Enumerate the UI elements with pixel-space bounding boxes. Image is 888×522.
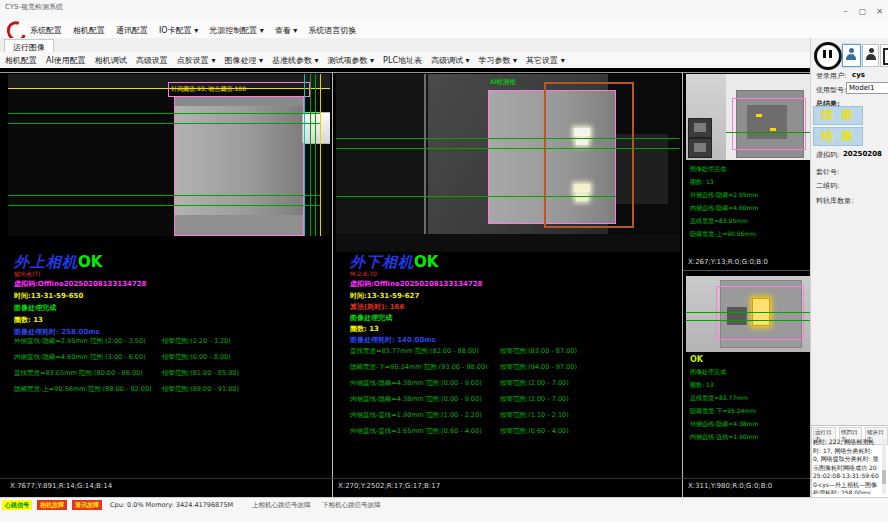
left-elapsed: 图像处理耗时: 258.00ms <box>14 327 100 337</box>
menu-item-system-config[interactable]: 系统配置 <box>30 25 62 36</box>
pause-icon <box>829 50 832 58</box>
right-top-line-5: 隐藏宽度-上=90.56mm <box>690 230 756 239</box>
left-note: 输出点(T) <box>14 270 40 279</box>
needle-no-label: 套针号: <box>816 167 839 177</box>
right-top-pixel-coords: X:267;Y:13;R:0;G:0;B:0 <box>688 258 768 266</box>
menu-item-camera-config[interactable]: 相机配置 <box>73 25 105 36</box>
middle-alarm-1: 报警范围:(94.00 - 97.00) <box>500 363 577 372</box>
tab-row <box>0 38 810 53</box>
pause-icon <box>823 50 826 58</box>
tool-test-params[interactable]: 测试项参数 ▾ <box>328 55 375 66</box>
virtual-code-value: 20250208 <box>843 150 882 158</box>
left-ok-badge: OK <box>78 253 102 271</box>
heartbeat-badge: 心跳信号 <box>2 500 32 510</box>
model-label: 使用型号: <box>816 85 846 95</box>
tool-learn-params[interactable]: 学习参数 ▾ <box>479 55 518 66</box>
middle-virtual-code: 虚拟码:Offline20250208133134728 <box>350 279 483 289</box>
camera-fault-badge: 相机故障 <box>37 500 67 510</box>
close-icon[interactable]: ✕ <box>872 6 887 17</box>
log-scrollbar-thumb[interactable] <box>882 470 886 484</box>
right-bottom-line-0: 图像处理完成 <box>690 368 726 377</box>
log-text: 耗时: 222, 网络检测耗时: 17, 网络分类耗时: 0, 网络提取分类耗时… <box>813 438 879 494</box>
right-top-line-1: 圈数: 13 <box>690 178 714 187</box>
tool-camera-config[interactable]: 相机配置 <box>5 55 37 66</box>
middle-meas-2: 外侧直线-隐藏=4.38mm 范围:(0.00 - 9.00) <box>350 379 482 388</box>
model-input[interactable] <box>846 82 888 94</box>
coords-divider <box>0 478 810 479</box>
right-top-line-4: 直线宽度=83.05mm <box>690 217 748 226</box>
middle-ai-roi-label: AI检测框 <box>490 78 516 87</box>
middle-algo-time: 算法(耗时): 166 <box>350 302 404 312</box>
log-scrollbar <box>882 438 886 494</box>
middle-elapsed: 图像处理耗时: 140.00ms <box>350 335 436 345</box>
user-switch-icon <box>846 48 856 61</box>
tool-image-processing[interactable]: 图像处理 ▾ <box>224 55 263 66</box>
middle-time: 时间:13-31-59-627 <box>350 291 419 301</box>
middle-meas-1: 隐藏宽度-下=95.24mm 范围:(93.00 - 98.00) <box>350 363 488 372</box>
middle-camera-image[interactable]: AI检测框 <box>336 74 680 252</box>
tool-advanced-settings[interactable]: 高级设置 <box>136 55 168 66</box>
left-title-text: 外上相机 <box>14 253 78 271</box>
right-bottom-line-1: 圈数: 13 <box>690 381 714 390</box>
right-top-thumbnail-1 <box>688 118 712 138</box>
right-top-line-0: 图像处理完成 <box>690 165 726 174</box>
menu-item-language[interactable]: 系统语言切换 <box>308 25 356 36</box>
tool-plc-address[interactable]: PLC地址表 <box>383 55 422 66</box>
left-camera-image[interactable]: 针高阈值:93, 吻合阈值:100 <box>8 74 330 236</box>
right-bottom-line-2: 直线宽度=83.77mm <box>690 394 748 403</box>
virtual-code-label: 虚拟码: <box>816 150 839 160</box>
middle-rounds: 圈数: 13 <box>350 324 379 334</box>
tool-advanced-debug[interactable]: 高级调试 ▾ <box>431 55 470 66</box>
left-rounds: 圈数: 13 <box>14 315 43 325</box>
menu-item-view[interactable]: 查看 ▾ <box>275 25 298 36</box>
panel-divider-2 <box>682 72 683 497</box>
right-bottom-line-4: 外侧直线-隐藏=4.38mm <box>690 420 758 429</box>
user-switch-button[interactable] <box>842 44 861 67</box>
title-bar: CYS-视觉检测系统 – ▢ ✕ <box>0 0 888 23</box>
middle-alarm-4: 报警范围:(1.10 - 2.10) <box>500 411 569 420</box>
left-threshold-overlay: 针高阈值:93, 吻合阈值:100 <box>168 82 310 97</box>
menu-item-comm-config[interactable]: 通讯配置 <box>116 25 148 36</box>
middle-meas-0: 直线宽度=83.77mm 范围:(82.00 - 88.00) <box>350 347 479 356</box>
lower-camera-heartbeat-msg: 下相机心跳信号故障 <box>322 501 381 510</box>
toolbar-items: 相机配置 AI使用配置 相机调试 高级设置 点胶设置 ▾ 图像处理 ▾ 基准线参… <box>5 55 565 66</box>
right-bottom-camera-image[interactable] <box>686 276 810 352</box>
tool-glue-settings[interactable]: 点胶设置 ▾ <box>177 55 216 66</box>
tool-other-settings[interactable]: 其它设置 ▾ <box>526 55 565 66</box>
minimize-icon[interactable]: – <box>838 6 853 17</box>
middle-alarm-0: 报警范围:(83.00 - 87.00) <box>500 347 577 356</box>
left-meas-1: 内侧直线-隐藏=4.60mm 范围:(3.00 - 6.00) <box>14 353 146 362</box>
middle-note: M:2;B:70 <box>350 270 377 277</box>
middle-alarm-2: 报警范围:(2.00 - 7.00) <box>500 379 569 388</box>
result-box-1: 结 果 <box>813 106 863 125</box>
app-window: CYS-视觉检测系统 – ▢ ✕ 系统配置 相机配置 通讯配置 IO卡配置 ▾ … <box>0 0 888 522</box>
tool-baseline-params[interactable]: 基准线参数 ▾ <box>272 55 319 66</box>
menu-items: 系统配置 相机配置 通讯配置 IO卡配置 ▾ 光源控制配置 ▾ 查看 ▾ 系统语… <box>30 25 356 36</box>
middle-alarm-5: 报警范围:(0.60 - 4.00) <box>500 427 569 436</box>
right-bottom-line-3: 隐藏宽度-下=95.24mm <box>690 407 756 416</box>
middle-title-text: 外下相机 <box>350 253 414 271</box>
left-status: 图像处理完成 <box>14 303 56 313</box>
operator-button[interactable] <box>862 44 879 67</box>
left-meas-3: 隐藏宽度-上=90.56mm 范围:(88.00 - 92.00) <box>14 385 152 394</box>
panel-divider-1 <box>332 72 333 497</box>
right-bottom-pixel-coords: X:311;Y:980;R:0;G:0;B:0 <box>688 482 772 490</box>
left-virtual-code: 虚拟码:Offline20250208133134728 <box>14 279 147 289</box>
menu-item-io-config[interactable]: IO卡配置 ▾ <box>159 25 198 36</box>
maximize-icon[interactable]: ▢ <box>855 6 870 17</box>
middle-pixel-coords: X:270;Y:2502;R:17;G:17;B:17 <box>338 482 440 490</box>
tool-ai-config[interactable]: AI使用配置 <box>46 55 86 66</box>
exit-button[interactable] <box>880 44 888 67</box>
right-panels-divider <box>683 270 810 271</box>
menu-item-light-config[interactable]: 光源控制配置 ▾ <box>209 25 264 36</box>
pause-button[interactable] <box>814 42 842 70</box>
rail-store-count-label: 料轨库数量: <box>816 196 853 206</box>
upper-camera-heartbeat-msg: 上相机心跳信号故障 <box>252 501 311 510</box>
window-title: CYS-视觉检测系统 <box>5 2 63 12</box>
tool-camera-debug[interactable]: 相机调试 <box>95 55 127 66</box>
left-alarm-2: 报警范围:(81.00 - 85.00) <box>162 369 239 378</box>
login-user-value: cys <box>852 71 865 79</box>
exit-door-icon <box>883 48 888 65</box>
right-top-camera-image[interactable] <box>686 74 810 160</box>
middle-meas-4: 内侧直线-直线=1.90mm 范围:(1.00 - 2.20) <box>350 411 482 420</box>
